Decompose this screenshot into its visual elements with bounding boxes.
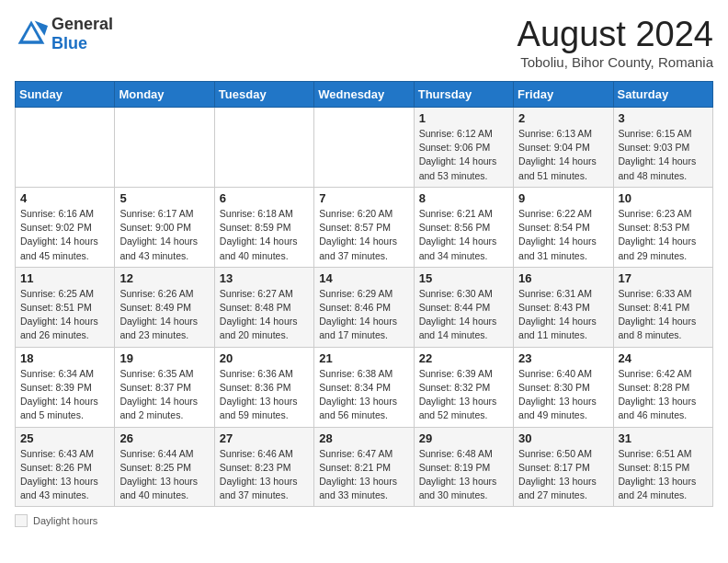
day-info: Sunrise: 6:29 AM Sunset: 8:46 PM Dayligh… xyxy=(319,287,408,343)
calendar-header: SundayMondayTuesdayWednesdayThursdayFrid… xyxy=(16,82,713,108)
calendar-cell: 31Sunrise: 6:51 AM Sunset: 8:15 PM Dayli… xyxy=(613,427,712,507)
header-day-saturday: Saturday xyxy=(613,82,712,108)
calendar-cell: 10Sunrise: 6:23 AM Sunset: 8:53 PM Dayli… xyxy=(613,187,712,267)
logo: General Blue xyxy=(15,15,113,53)
day-number: 6 xyxy=(220,191,309,205)
day-info: Sunrise: 6:25 AM Sunset: 8:51 PM Dayligh… xyxy=(20,287,109,343)
day-info: Sunrise: 6:40 AM Sunset: 8:30 PM Dayligh… xyxy=(518,367,608,423)
day-info: Sunrise: 6:36 AM Sunset: 8:36 PM Dayligh… xyxy=(220,367,309,423)
week-row-2: 4Sunrise: 6:16 AM Sunset: 9:02 PM Daylig… xyxy=(16,187,713,267)
day-info: Sunrise: 6:38 AM Sunset: 8:34 PM Dayligh… xyxy=(319,367,408,423)
day-info: Sunrise: 6:13 AM Sunset: 9:04 PM Dayligh… xyxy=(518,127,608,183)
day-number: 20 xyxy=(220,351,309,365)
day-number: 12 xyxy=(119,271,209,285)
day-number: 31 xyxy=(619,431,708,445)
day-info: Sunrise: 6:50 AM Sunset: 8:17 PM Dayligh… xyxy=(518,447,608,503)
calendar-cell xyxy=(314,108,414,188)
day-info: Sunrise: 6:16 AM Sunset: 9:02 PM Dayligh… xyxy=(20,207,109,263)
day-number: 22 xyxy=(419,351,508,365)
calendar-body: 1Sunrise: 6:12 AM Sunset: 9:06 PM Daylig… xyxy=(16,108,713,507)
title-area: August 2024 Toboliu, Bihor County, Roman… xyxy=(518,15,713,70)
calendar-cell: 24Sunrise: 6:42 AM Sunset: 8:28 PM Dayli… xyxy=(613,347,712,427)
calendar-cell xyxy=(214,108,313,188)
daylight-label: Daylight hours xyxy=(33,515,97,526)
day-number: 26 xyxy=(119,431,209,445)
calendar-cell: 18Sunrise: 6:34 AM Sunset: 8:39 PM Dayli… xyxy=(16,347,115,427)
day-number: 7 xyxy=(319,191,408,205)
calendar-cell xyxy=(16,108,115,188)
calendar-cell: 16Sunrise: 6:31 AM Sunset: 8:43 PM Dayli… xyxy=(514,267,613,347)
day-info: Sunrise: 6:47 AM Sunset: 8:21 PM Dayligh… xyxy=(319,447,408,503)
day-info: Sunrise: 6:15 AM Sunset: 9:03 PM Dayligh… xyxy=(619,127,708,183)
day-info: Sunrise: 6:31 AM Sunset: 8:43 PM Dayligh… xyxy=(518,287,608,343)
day-number: 11 xyxy=(20,271,109,285)
day-info: Sunrise: 6:17 AM Sunset: 9:00 PM Dayligh… xyxy=(119,207,209,263)
calendar-cell: 11Sunrise: 6:25 AM Sunset: 8:51 PM Dayli… xyxy=(16,267,115,347)
day-info: Sunrise: 6:30 AM Sunset: 8:44 PM Dayligh… xyxy=(419,287,508,343)
calendar-cell: 28Sunrise: 6:47 AM Sunset: 8:21 PM Dayli… xyxy=(314,427,414,507)
day-number: 1 xyxy=(419,111,508,125)
day-info: Sunrise: 6:39 AM Sunset: 8:32 PM Dayligh… xyxy=(419,367,508,423)
week-row-5: 25Sunrise: 6:43 AM Sunset: 8:26 PM Dayli… xyxy=(16,427,713,507)
header-day-sunday: Sunday xyxy=(16,82,115,108)
day-info: Sunrise: 6:46 AM Sunset: 8:23 PM Dayligh… xyxy=(220,447,309,503)
calendar-cell: 23Sunrise: 6:40 AM Sunset: 8:30 PM Dayli… xyxy=(514,347,613,427)
day-info: Sunrise: 6:26 AM Sunset: 8:49 PM Dayligh… xyxy=(119,287,209,343)
day-number: 19 xyxy=(119,351,209,365)
calendar-cell: 12Sunrise: 6:26 AM Sunset: 8:49 PM Dayli… xyxy=(115,267,214,347)
day-number: 15 xyxy=(419,271,508,285)
week-row-3: 11Sunrise: 6:25 AM Sunset: 8:51 PM Dayli… xyxy=(16,267,713,347)
day-number: 29 xyxy=(419,431,508,445)
calendar-cell: 27Sunrise: 6:46 AM Sunset: 8:23 PM Dayli… xyxy=(214,427,313,507)
day-number: 14 xyxy=(319,271,408,285)
calendar-cell: 3Sunrise: 6:15 AM Sunset: 9:03 PM Daylig… xyxy=(613,108,712,188)
day-info: Sunrise: 6:44 AM Sunset: 8:25 PM Dayligh… xyxy=(119,447,209,503)
header-day-wednesday: Wednesday xyxy=(314,82,414,108)
day-number: 23 xyxy=(518,351,608,365)
day-number: 27 xyxy=(220,431,309,445)
day-number: 2 xyxy=(518,111,608,125)
header-day-thursday: Thursday xyxy=(414,82,513,108)
calendar-cell: 14Sunrise: 6:29 AM Sunset: 8:46 PM Dayli… xyxy=(314,267,414,347)
calendar-cell: 30Sunrise: 6:50 AM Sunset: 8:17 PM Dayli… xyxy=(514,427,613,507)
day-info: Sunrise: 6:21 AM Sunset: 8:56 PM Dayligh… xyxy=(419,207,508,263)
day-info: Sunrise: 6:18 AM Sunset: 8:59 PM Dayligh… xyxy=(220,207,309,263)
header-row: SundayMondayTuesdayWednesdayThursdayFrid… xyxy=(16,82,713,108)
day-number: 4 xyxy=(20,191,109,205)
calendar-cell: 4Sunrise: 6:16 AM Sunset: 9:02 PM Daylig… xyxy=(16,187,115,267)
logo-blue-text: Blue xyxy=(51,34,113,53)
month-title: August 2024 xyxy=(518,15,713,54)
logo-general-text: General xyxy=(51,15,113,34)
day-number: 10 xyxy=(619,191,708,205)
day-info: Sunrise: 6:35 AM Sunset: 8:37 PM Dayligh… xyxy=(119,367,209,423)
day-info: Sunrise: 6:34 AM Sunset: 8:39 PM Dayligh… xyxy=(20,367,109,423)
header-day-monday: Monday xyxy=(115,82,214,108)
day-number: 9 xyxy=(518,191,608,205)
day-number: 30 xyxy=(518,431,608,445)
day-number: 28 xyxy=(319,431,408,445)
day-info: Sunrise: 6:33 AM Sunset: 8:41 PM Dayligh… xyxy=(619,287,708,343)
calendar-cell: 29Sunrise: 6:48 AM Sunset: 8:19 PM Dayli… xyxy=(414,427,513,507)
calendar-cell: 25Sunrise: 6:43 AM Sunset: 8:26 PM Dayli… xyxy=(16,427,115,507)
calendar-cell: 15Sunrise: 6:30 AM Sunset: 8:44 PM Dayli… xyxy=(414,267,513,347)
day-number: 24 xyxy=(619,351,708,365)
calendar-cell: 21Sunrise: 6:38 AM Sunset: 8:34 PM Dayli… xyxy=(314,347,414,427)
calendar-cell: 7Sunrise: 6:20 AM Sunset: 8:57 PM Daylig… xyxy=(314,187,414,267)
day-number: 8 xyxy=(419,191,508,205)
day-number: 18 xyxy=(20,351,109,365)
calendar-cell: 1Sunrise: 6:12 AM Sunset: 9:06 PM Daylig… xyxy=(414,108,513,188)
day-info: Sunrise: 6:43 AM Sunset: 8:26 PM Dayligh… xyxy=(20,447,109,503)
calendar-cell: 20Sunrise: 6:36 AM Sunset: 8:36 PM Dayli… xyxy=(214,347,313,427)
calendar-cell xyxy=(115,108,214,188)
calendar-cell: 2Sunrise: 6:13 AM Sunset: 9:04 PM Daylig… xyxy=(514,108,613,188)
day-info: Sunrise: 6:51 AM Sunset: 8:15 PM Dayligh… xyxy=(619,447,708,503)
calendar-cell: 17Sunrise: 6:33 AM Sunset: 8:41 PM Dayli… xyxy=(613,267,712,347)
calendar-cell: 13Sunrise: 6:27 AM Sunset: 8:48 PM Dayli… xyxy=(214,267,313,347)
day-number: 5 xyxy=(119,191,209,205)
day-info: Sunrise: 6:12 AM Sunset: 9:06 PM Dayligh… xyxy=(419,127,508,183)
week-row-1: 1Sunrise: 6:12 AM Sunset: 9:06 PM Daylig… xyxy=(16,108,713,188)
calendar-cell: 9Sunrise: 6:22 AM Sunset: 8:54 PM Daylig… xyxy=(514,187,613,267)
subtitle: Toboliu, Bihor County, Romania xyxy=(518,54,713,70)
day-info: Sunrise: 6:20 AM Sunset: 8:57 PM Dayligh… xyxy=(319,207,408,263)
day-info: Sunrise: 6:27 AM Sunset: 8:48 PM Dayligh… xyxy=(220,287,309,343)
